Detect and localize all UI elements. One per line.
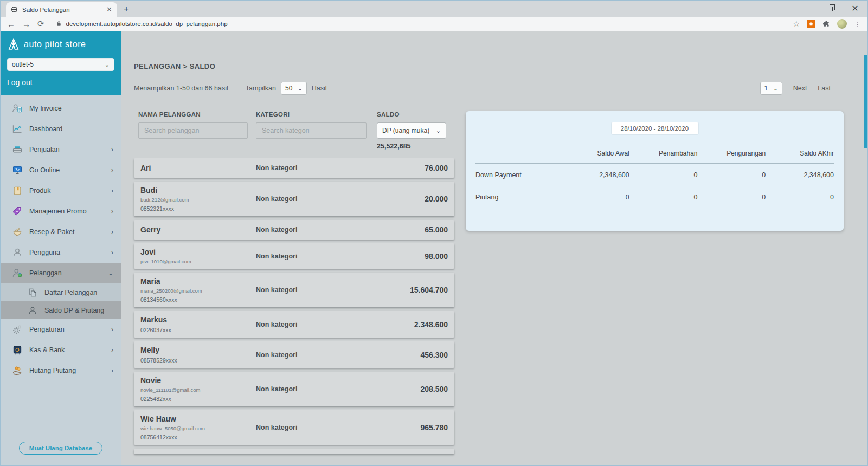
page-size-value: 50: [285, 85, 292, 92]
restore-button[interactable]: [818, 1, 843, 17]
chevron-right-icon: ›: [111, 146, 113, 153]
sidebar-item-go-online[interactable]: Go Online›: [1, 160, 121, 180]
brand: auto pilot store: [7, 38, 114, 51]
sidebar-item-manajemen-promo[interactable]: Manajemen Promo›: [1, 201, 121, 222]
browser-menu-icon[interactable]: ⋮: [854, 20, 861, 28]
chevron-down-icon: ⌄: [105, 61, 110, 68]
customer-saldo: 65.000: [377, 225, 448, 234]
sidebar-subitem-daftar-pelanggan[interactable]: Daftar Pelanggan: [1, 283, 121, 301]
page-number-select[interactable]: 1 ⌄: [760, 82, 782, 95]
url-text: development.autopilotstore.co.id/saldo_d…: [66, 21, 228, 27]
sidebar-item-label: Dashboard: [29, 125, 62, 133]
chevron-right-icon: ›: [111, 228, 113, 236]
customer-saldo: 98.000: [377, 252, 448, 261]
customer-row[interactable]: Wie Hauwwie.hauw_5050@gmail.com08756412x…: [134, 410, 454, 445]
sidebar-item-my-invoice[interactable]: My Invoice: [1, 98, 121, 119]
summary-column-penambahan: Penambahan: [629, 150, 698, 157]
customer-list: NAMA PELANGGAN KATEGORI SALDO DP (uang m…: [134, 111, 454, 454]
customer-saldo: 2.348.600: [377, 320, 448, 329]
saldo-type-select[interactable]: DP (uang muka) ⌄: [377, 122, 446, 139]
outlet-select[interactable]: outlet-5 ⌄: [7, 58, 114, 71]
back-icon[interactable]: ←: [7, 20, 15, 29]
customer-row-partial[interactable]: [134, 449, 454, 454]
summary-column-pengurangan: Pengurangan: [698, 150, 766, 157]
sidebar-subitem-saldo-dp-piutang[interactable]: Saldo DP & Piutang: [1, 301, 121, 319]
customer-name: Budi: [140, 186, 256, 195]
customer-row[interactable]: Budibudi.212@gmail.com0852321xxxxNon kat…: [134, 182, 454, 216]
customer-email: novie_111181@gmail.com: [140, 387, 256, 393]
chevron-right-icon: ›: [111, 367, 113, 374]
sidebar-item-label: Produk: [29, 187, 51, 195]
results-count-text: Menampilkan 1-50 dari 66 hasil: [134, 85, 228, 92]
sidebar-item-label: Manajemen Promo: [29, 208, 87, 215]
reload-database-button[interactable]: Muat Ulang Database: [19, 442, 102, 455]
date-range-input[interactable]: 28/10/2020 - 28/10/2020: [611, 122, 699, 135]
sidebar-item-dashboard[interactable]: Dashboard: [1, 119, 121, 139]
invoice-icon: [11, 103, 23, 114]
customer-row[interactable]: Markus0226037xxxNon kategori2.348.600: [134, 311, 454, 338]
bookmark-star-icon[interactable]: ☆: [793, 20, 800, 28]
sidebar-item-resep-paket[interactable]: Resep & Paket›: [1, 222, 121, 242]
sidebar-item-kas-bank[interactable]: Kas & Bank›: [1, 340, 121, 360]
sidebar-item-hutang-piutang[interactable]: Hutang Piutang›: [1, 360, 121, 381]
customer-name: Jovi: [140, 248, 256, 256]
summary-value: 0: [629, 171, 698, 179]
summary-row-piutang: Piutang0000: [475, 186, 834, 208]
browser-tab[interactable]: Saldo Pelanggan ✕: [6, 2, 117, 17]
summary-rows: Down Payment2,348,600002,348,600Piutang0…: [475, 164, 834, 208]
list-header: NAMA PELANGGAN KATEGORI SALDO DP (uang m…: [134, 111, 454, 150]
browser-toolbar: ← → ⟳ development.autopilotstore.co.id/s…: [1, 17, 867, 31]
customer-row[interactable]: AriNon kategori76.000: [134, 158, 454, 178]
coins-hand-icon: [11, 365, 23, 376]
minimize-button[interactable]: —: [793, 1, 818, 17]
summary-value: 0: [766, 193, 834, 201]
sidebar-subitem-label: Saldo DP & Piutang: [44, 307, 104, 314]
chevron-down-icon: ⌄: [298, 86, 302, 92]
extensions-puzzle-icon[interactable]: [822, 20, 830, 28]
customer-info: Wie Hauwwie.hauw_5050@gmail.com08756412x…: [140, 415, 256, 441]
page-scrollbar-thumb[interactable]: [864, 55, 867, 148]
search-kategori-input[interactable]: [256, 122, 367, 139]
sidebar-item-label: My Invoice: [29, 105, 62, 112]
customer-row[interactable]: Melly08578529xxxxNon kategori456.300: [134, 341, 454, 368]
sidebar-item-pelanggan[interactable]: Pelanggan⌄: [1, 263, 121, 283]
customer-name: Wie Hauw: [140, 415, 256, 423]
new-tab-button[interactable]: +: [124, 4, 129, 15]
customer-row[interactable]: Mariamaria_250200@gmail.com08134560xxxxN…: [134, 273, 454, 307]
logout-link[interactable]: Log out: [7, 78, 114, 87]
profile-avatar[interactable]: [837, 19, 847, 29]
customer-row[interactable]: GerryNon kategori65.000: [134, 220, 454, 240]
forward-icon[interactable]: →: [22, 20, 30, 29]
summary-value: 0: [698, 193, 766, 201]
reload-icon[interactable]: ⟳: [37, 19, 44, 29]
customer-saldo: 456.300: [377, 351, 448, 359]
tab-close-icon[interactable]: ✕: [106, 5, 112, 14]
sidebar-item-penjualan[interactable]: Penjualan›: [1, 139, 121, 160]
customer-name: Ari: [140, 164, 256, 172]
next-page-link[interactable]: Next: [793, 85, 807, 92]
customer-row[interactable]: Jovijovi_1010@gmail.comNon kategori98.00…: [134, 243, 454, 269]
sidebar-item-pengaturan[interactable]: Pengaturan›: [1, 319, 121, 340]
address-bar[interactable]: development.autopilotstore.co.id/saldo_d…: [52, 21, 786, 27]
customer-info: Ari: [140, 164, 256, 172]
search-pelanggan-input[interactable]: [138, 122, 248, 139]
sales-icon: [11, 144, 23, 155]
promo-tag-icon: [11, 206, 23, 217]
product-icon: [11, 185, 23, 196]
page-size-select[interactable]: 50 ⌄: [281, 82, 307, 95]
sidebar: auto pilot store outlet-5 ⌄ Log out My I…: [1, 31, 121, 465]
sidebar-item-label: Kas & Bank: [29, 346, 65, 354]
sidebar-item-produk[interactable]: Produk›: [1, 180, 121, 201]
customer-row[interactable]: Novienovie_111181@gmail.com0225482xxxNon…: [134, 372, 454, 406]
customer-email: maria_250200@gmail.com: [140, 288, 256, 294]
sidebar-item-pengguna[interactable]: Pengguna›: [1, 242, 121, 263]
customer-saldo: 965.780: [377, 423, 448, 432]
summary-value: 2,348,600: [561, 171, 629, 179]
store-extension-icon[interactable]: [807, 20, 815, 28]
chevron-right-icon: ›: [111, 166, 113, 174]
last-page-link[interactable]: Last: [818, 85, 831, 92]
close-button[interactable]: ✕: [843, 1, 867, 17]
chevron-right-icon: ›: [111, 249, 113, 256]
sidebar-item-label: Pengaturan: [29, 326, 65, 333]
globe-favicon-icon: [11, 6, 18, 13]
